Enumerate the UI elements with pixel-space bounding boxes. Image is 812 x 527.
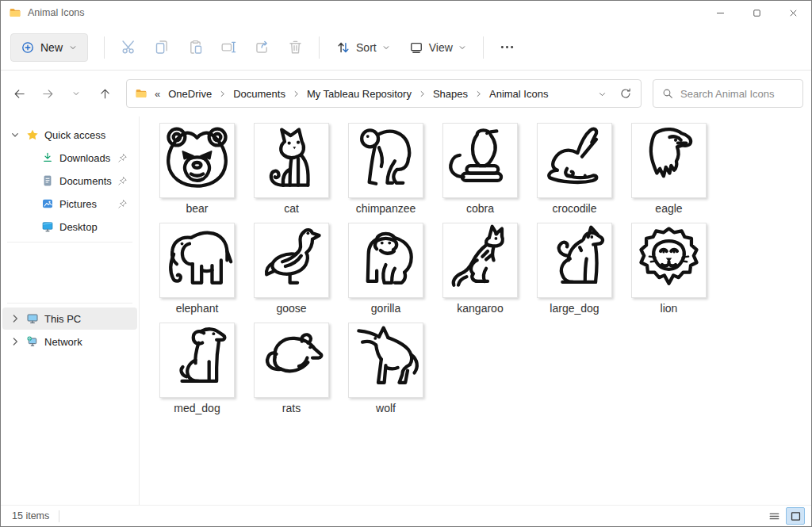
breadcrumb-item[interactable]: My Tableau Repository bbox=[304, 86, 415, 102]
file-thumbnail bbox=[348, 223, 423, 298]
file-item[interactable]: cobra bbox=[442, 123, 519, 215]
file-name: wolf bbox=[376, 402, 396, 414]
address-box[interactable]: « OneDriveDocumentsMy Tableau Repository… bbox=[126, 79, 642, 108]
cut-button[interactable] bbox=[113, 33, 144, 62]
files-pane: bearcatchimpanzeecobracrocodileeagleelep… bbox=[140, 116, 811, 505]
file-item[interactable]: bear bbox=[159, 123, 236, 215]
breadcrumb-item[interactable]: Animal Icons bbox=[486, 86, 551, 102]
sort-button-label: Sort bbox=[356, 41, 377, 54]
file-thumbnail bbox=[537, 223, 612, 298]
sidebar-spacer bbox=[1, 246, 139, 299]
file-item[interactable]: gorilla bbox=[347, 223, 424, 315]
view-button[interactable]: View bbox=[400, 33, 475, 62]
file-name: lion bbox=[661, 302, 678, 315]
new-button[interactable]: New bbox=[10, 33, 88, 62]
file-thumbnail bbox=[254, 223, 329, 298]
sidebar-item-documents[interactable]: Documents bbox=[2, 170, 137, 192]
documents-icon bbox=[41, 174, 54, 187]
file-item[interactable]: large_dog bbox=[536, 223, 613, 315]
thumbnail-view-icon bbox=[789, 510, 802, 523]
sidebar-item-this-pc[interactable]: This PC bbox=[2, 307, 137, 330]
folder-icon bbox=[135, 87, 147, 100]
goose-icon bbox=[255, 223, 327, 298]
share-button[interactable] bbox=[246, 33, 278, 62]
large-thumbnails-view-toggle[interactable] bbox=[786, 507, 805, 525]
sidebar-item-label: Network bbox=[44, 336, 82, 348]
file-thumbnail bbox=[537, 123, 612, 198]
details-view-toggle[interactable] bbox=[764, 507, 783, 525]
cut-icon bbox=[121, 39, 137, 55]
file-name: large_dog bbox=[550, 302, 599, 315]
sidebar-item-pictures[interactable]: Pictures bbox=[2, 193, 137, 215]
kangaroo-icon bbox=[444, 223, 516, 298]
sort-button[interactable]: Sort bbox=[327, 33, 399, 62]
paste-icon bbox=[187, 39, 204, 55]
file-name: elephant bbox=[176, 302, 219, 315]
file-item[interactable]: eagle bbox=[630, 123, 707, 215]
chevron-right-icon bbox=[9, 335, 21, 348]
toolbar-divider bbox=[104, 36, 105, 59]
up-button[interactable] bbox=[91, 80, 118, 107]
maximize-icon bbox=[751, 7, 763, 19]
file-item[interactable]: kangaroo bbox=[442, 223, 519, 315]
rats-icon bbox=[255, 323, 327, 398]
breadcrumb-overflow[interactable]: « bbox=[147, 88, 165, 100]
minimize-icon bbox=[714, 7, 726, 19]
chevron-down-icon[interactable] bbox=[9, 128, 21, 141]
file-item[interactable]: med_dog bbox=[159, 323, 236, 414]
file-item[interactable]: wolf bbox=[347, 323, 424, 414]
file-thumbnail bbox=[631, 123, 707, 198]
this-pc-icon bbox=[26, 312, 39, 325]
rename-button[interactable] bbox=[213, 33, 244, 62]
chevron-down-icon bbox=[71, 89, 81, 98]
sidebar-item-desktop[interactable]: Desktop bbox=[2, 216, 137, 238]
crocodile-icon bbox=[538, 123, 611, 198]
breadcrumb-item[interactable]: Documents bbox=[230, 86, 289, 102]
delete-button[interactable] bbox=[279, 33, 311, 62]
back-arrow-icon bbox=[13, 87, 26, 101]
recent-locations-button[interactable] bbox=[63, 80, 90, 107]
refresh-button[interactable] bbox=[614, 82, 638, 105]
file-item[interactable]: lion bbox=[630, 223, 707, 315]
back-button[interactable] bbox=[6, 80, 33, 107]
file-item[interactable]: goose bbox=[253, 223, 330, 315]
more-options-button[interactable] bbox=[492, 33, 523, 62]
content-area: Quick access DownloadsDocumentsPicturesD… bbox=[1, 116, 811, 505]
copy-button[interactable] bbox=[146, 33, 178, 62]
status-bar: 15 items bbox=[1, 505, 811, 526]
forward-button[interactable] bbox=[34, 80, 61, 107]
sidebar-item-network[interactable]: Network bbox=[2, 330, 137, 353]
copy-icon bbox=[154, 39, 170, 55]
maximize-button[interactable] bbox=[738, 1, 775, 25]
chimpanzee-icon bbox=[350, 123, 422, 198]
breadcrumb-separator-icon bbox=[218, 90, 227, 98]
address-dropdown-button[interactable] bbox=[590, 82, 614, 105]
file-name: gorilla bbox=[371, 302, 400, 315]
breadcrumb-item[interactable]: OneDrive bbox=[165, 86, 215, 102]
command-bar: New Sort View bbox=[1, 25, 811, 71]
sidebar-item-quick-access[interactable]: Quick access bbox=[2, 124, 137, 146]
sidebar-divider bbox=[7, 242, 132, 242]
file-item[interactable]: elephant bbox=[159, 223, 236, 315]
breadcrumb-item[interactable]: Shapes bbox=[430, 86, 471, 102]
sort-icon bbox=[335, 40, 351, 55]
breadcrumb: OneDriveDocumentsMy Tableau RepositorySh… bbox=[165, 86, 551, 102]
downloads-icon bbox=[41, 151, 54, 164]
file-item[interactable]: chimpanzee bbox=[347, 123, 424, 215]
file-item[interactable]: cat bbox=[253, 123, 330, 215]
address-bar: « OneDriveDocumentsMy Tableau Repository… bbox=[1, 71, 811, 116]
chevron-down-icon bbox=[68, 43, 78, 52]
search-input[interactable] bbox=[653, 80, 802, 107]
title-bar: Animal Icons bbox=[1, 1, 811, 25]
paste-button[interactable] bbox=[179, 33, 211, 62]
ellipsis-icon bbox=[499, 39, 515, 55]
sidebar-item-downloads[interactable]: Downloads bbox=[2, 147, 137, 169]
cobra-icon bbox=[444, 123, 516, 198]
close-button[interactable] bbox=[775, 1, 811, 25]
minimize-button[interactable] bbox=[702, 1, 738, 25]
file-name: cat bbox=[284, 202, 299, 215]
file-thumbnail bbox=[159, 323, 235, 398]
file-item[interactable]: crocodile bbox=[536, 123, 613, 215]
file-item[interactable]: rats bbox=[253, 323, 330, 414]
bear-icon bbox=[161, 123, 233, 198]
